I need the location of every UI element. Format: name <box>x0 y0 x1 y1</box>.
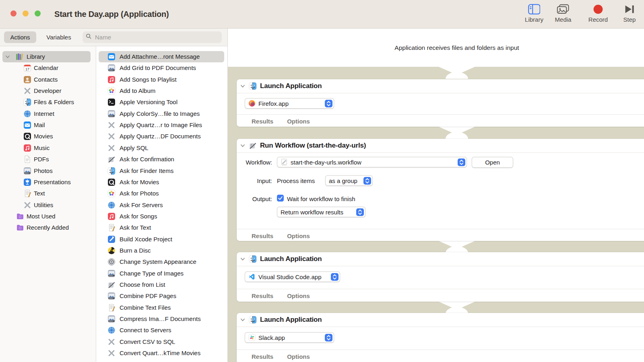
sidebar-item-internet[interactable]: Internet <box>0 108 96 119</box>
application-popup[interactable]: Slack.app <box>245 332 334 343</box>
zoom-button[interactable] <box>35 10 41 16</box>
action-title: Launch Application <box>260 316 322 324</box>
action-item-convert-quart-ktime-movies[interactable]: Convert Quart…kTime Movies <box>96 348 227 359</box>
application-popup[interactable]: Firefox.app <box>245 98 334 109</box>
action-item-ask-for-movies[interactable]: Ask for Movies <box>96 177 227 188</box>
action-item-ask-for-finder-items[interactable]: Ask for Finder Items <box>96 165 227 177</box>
options-link[interactable]: Options <box>287 292 310 299</box>
action-item-add-to-album[interactable]: Add to Album <box>96 85 227 97</box>
action-card-run-workflow[interactable]: Run Workflow (start-the-day-urls) Workfl… <box>237 139 644 241</box>
tab-variables[interactable]: Variables <box>41 31 76 43</box>
action-item-connect-to-servers[interactable]: Connect to Servers <box>96 325 227 336</box>
results-link[interactable]: Results <box>252 232 273 239</box>
chevron-down-icon[interactable] <box>240 256 246 262</box>
divider <box>237 114 644 115</box>
music-icon <box>23 144 31 152</box>
open-button[interactable]: Open <box>472 157 513 168</box>
action-item-choose-from-list[interactable]: Choose from List <box>96 279 227 290</box>
sidebar-item-movies[interactable]: Movies <box>0 131 96 142</box>
action-card-launch-slack[interactable]: Launch Application Slack.app Results Opt… <box>237 313 644 362</box>
action-item-ask-for-confirmation[interactable]: Ask for Confirmation <box>96 154 227 165</box>
action-item-apple-versioning-tool[interactable]: Apple Versioning Tool <box>96 97 227 108</box>
chevron-down-icon[interactable] <box>240 83 246 89</box>
sidebar-item-label: Text <box>34 190 45 197</box>
tools-icon <box>23 87 31 95</box>
action-item-burn-a-disc[interactable]: Burn a Disc <box>96 245 227 256</box>
sidebar-item-recently-added[interactable]: Recently Added <box>0 222 96 233</box>
toolbar-step-button[interactable]: Step <box>614 4 644 23</box>
close-button[interactable] <box>10 10 17 16</box>
action-footer: Results Options <box>252 230 310 241</box>
action-item-add-attachme-ront-message[interactable]: Add Attachme…ront Message <box>96 51 227 62</box>
minimize-button[interactable] <box>23 10 29 16</box>
toolbar-library-button[interactable]: Library <box>519 4 549 23</box>
results-link[interactable]: Results <box>252 292 273 299</box>
search-input[interactable] <box>94 33 219 41</box>
action-item-combine-text-files[interactable]: Combine Text Files <box>96 302 227 313</box>
toolbar-media-button[interactable]: Media <box>548 4 578 23</box>
action-item-build-xcode-project[interactable]: Build Xcode Project <box>96 234 227 245</box>
slack-icon <box>248 334 256 341</box>
action-item-apply-quartz-r-to-image-files[interactable]: Apply Quartz…r to Image Files <box>96 119 227 131</box>
chevron-down-icon[interactable] <box>240 317 246 323</box>
action-item-add-songs-to-playlist[interactable]: Add Songs to Playlist <box>96 74 227 85</box>
sidebar-item-mail[interactable]: Mail <box>0 119 96 131</box>
group-mode-popup[interactable]: as a group <box>325 175 373 186</box>
workflow-file-popup[interactable]: start-the-day-urls.workflow <box>277 157 467 167</box>
finder-icon <box>249 316 257 324</box>
action-item-convert-csv-to-sql[interactable]: Convert CSV to SQL <box>96 336 227 348</box>
sidebar-item-calendar[interactable]: 17Calendar <box>0 62 96 74</box>
tab-actions[interactable]: Actions <box>4 31 36 43</box>
action-item-ask-for-photos[interactable]: Ask for Photos <box>96 188 227 199</box>
sidebar-item-label: Developer <box>34 87 61 94</box>
action-item-ask-for-songs[interactable]: Ask for Songs <box>96 211 227 222</box>
action-item-apply-sql[interactable]: Apply SQL <box>96 142 227 154</box>
divider <box>237 93 644 93</box>
action-header[interactable]: Launch Application <box>237 313 644 327</box>
results-link[interactable]: Results <box>252 118 273 125</box>
action-item-change-type-of-images[interactable]: Change Type of Images <box>96 268 227 279</box>
action-header[interactable]: Launch Application <box>237 252 644 266</box>
options-link[interactable]: Options <box>287 353 310 360</box>
action-item-label: Apply SQL <box>120 144 149 151</box>
return-results-popup[interactable]: Return workflow results <box>277 207 365 217</box>
action-item-apply-colorsy-file-to-images[interactable]: Apply ColorSy…file to Images <box>96 108 227 119</box>
action-card-launch-vscode[interactable]: Launch Application Visual Studio Code.ap… <box>237 252 644 302</box>
action-header[interactable]: Launch Application <box>237 79 644 93</box>
chevron-down-icon[interactable] <box>240 143 246 148</box>
sidebar-item-library[interactable]: Library <box>0 51 96 62</box>
sidebar-item-contacts[interactable]: Contacts <box>0 74 96 85</box>
category-tree: Library17CalendarContactsDeveloperFiles … <box>0 46 96 362</box>
sidebar-item-utilities[interactable]: Utilities <box>0 200 96 211</box>
finder-icon <box>249 82 257 90</box>
options-link[interactable]: Options <box>287 118 310 125</box>
action-item-combine-pdf-pages[interactable]: Combine PDF Pages <box>96 290 227 302</box>
sidebar-item-developer[interactable]: Developer <box>0 85 96 97</box>
action-item-apply-quartz-df-documents[interactable]: Apply Quartz…DF Documents <box>96 131 227 142</box>
action-card-launch-firefox[interactable]: Launch Application Firefox.app Results O… <box>237 79 644 127</box>
wait-checkbox[interactable] <box>277 195 284 202</box>
application-popup[interactable]: Visual Studio Code.app <box>245 272 340 282</box>
sidebar-item-most-used[interactable]: Most Used <box>0 211 96 222</box>
action-item-add-grid-to-pdf-documents[interactable]: Add Grid to PDF Documents <box>96 62 227 74</box>
sidebar-item-files-folders[interactable]: Files & Folders <box>0 97 96 108</box>
photos-icon <box>107 189 116 197</box>
sidebar-item-label: Utilities <box>34 202 53 208</box>
action-item-ask-for-servers[interactable]: Ask For Servers <box>96 200 227 211</box>
sidebar-item-pdfs[interactable]: PDFs <box>0 154 96 165</box>
sidebar-item-photos[interactable]: Photos <box>0 165 96 177</box>
action-item-compress-ima-f-documents[interactable]: Compress Ima…F Documents <box>96 313 227 325</box>
action-item-change-system-appearance[interactable]: Change System Appearance <box>96 256 227 267</box>
options-link[interactable]: Options <box>287 232 310 239</box>
results-link[interactable]: Results <box>252 353 273 360</box>
sidebar-item-music[interactable]: Music <box>0 142 96 154</box>
sidebar-item-presentations[interactable]: Presentations <box>0 177 96 188</box>
action-item-ask-for-text[interactable]: Ask for Text <box>96 222 227 233</box>
toolbar-record-button[interactable]: Record <box>583 4 613 23</box>
chevron-down-icon[interactable] <box>5 54 10 60</box>
action-header[interactable]: Run Workflow (start-the-day-urls) <box>237 139 644 152</box>
search-field[interactable] <box>83 31 222 43</box>
sidebar-item-text[interactable]: Text <box>0 188 96 199</box>
contacts-icon <box>23 76 31 84</box>
tools-icon <box>107 349 116 357</box>
